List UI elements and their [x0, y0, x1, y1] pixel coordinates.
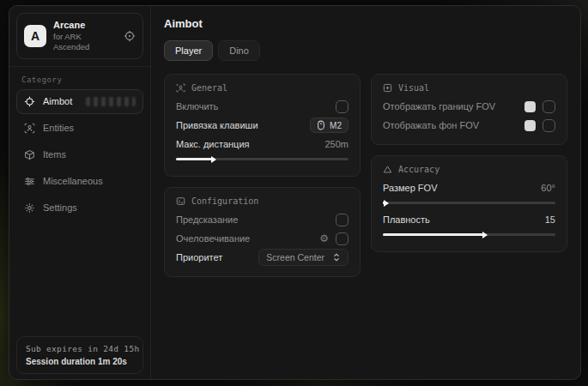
panel-general: General Включить Привязка клавиши M2 [164, 74, 361, 177]
brand-card: A Arcane for ARK Ascended [16, 13, 143, 59]
keybind-label: Привязка клавиши [176, 120, 258, 130]
fov-border-label: Отображать границу FOV [383, 101, 495, 112]
sidebar-item-entities[interactable]: Entities [16, 116, 143, 141]
app-logo: A [24, 25, 46, 47]
tab-bar: Player Dino [164, 40, 567, 61]
keybind-button[interactable]: M2 [310, 118, 349, 133]
panel-visual: Visual Отображать границу FOV Отображать… [371, 74, 567, 145]
fov-border-color-swatch[interactable] [524, 101, 536, 112]
cheat-window: A Arcane for ARK Ascended Category [9, 5, 581, 380]
sidebar-item-items[interactable]: Items [16, 142, 143, 167]
max-distance-value: 250m [324, 139, 349, 149]
sidebar: A Arcane for ARK Ascended Category [9, 6, 151, 379]
fov-size-label: Размер FOV [383, 183, 437, 193]
left-column: General Включить Привязка клавиши M2 [164, 74, 361, 277]
smoothness-slider[interactable] [383, 233, 555, 236]
chevrons-up-down-icon [332, 253, 341, 262]
panel-title: General [191, 83, 227, 93]
mouse-icon [317, 120, 325, 130]
target-icon[interactable] [124, 30, 136, 42]
watermark-ghost [86, 97, 136, 106]
terminal-icon [176, 196, 185, 206]
crosshair-icon [24, 96, 35, 107]
row-enable: Включить [176, 97, 349, 116]
humanize-checkbox[interactable] [336, 232, 349, 245]
sidebar-item-label: Items [43, 149, 66, 160]
humanize-settings-gear-icon[interactable]: ⚙ [319, 233, 329, 244]
page-title: Aimbot [164, 17, 567, 30]
priority-dropdown[interactable]: Screen Center [258, 249, 349, 266]
row-humanize: Очеловечивание ⚙ [176, 229, 349, 248]
sidebar-item-label: Settings [43, 202, 77, 213]
sub-expires-text: Sub expires in 24d 15h [26, 344, 134, 353]
right-column: Visual Отображать границу FOV Отображать… [371, 74, 567, 252]
panel-visual-header: Visual [383, 83, 555, 93]
smoothness-value: 15 [545, 214, 555, 225]
sidebar-item-label: Miscellaneous [43, 176, 103, 186]
fov-bg-color-swatch[interactable] [524, 120, 536, 131]
panel-title: Visual [398, 83, 429, 93]
sidebar-nav: Aimbot Entities Items [9, 89, 150, 220]
row-fov-size: Размер FOV 60° [383, 178, 555, 197]
panel-title: Configuration [191, 196, 258, 206]
row-keybind: Привязка клавиши M2 [176, 116, 349, 135]
row-smoothness: Плавность 15 [383, 210, 555, 229]
panel-configuration: Configuration Предсказание Очеловечивани… [164, 187, 361, 277]
slider-thumb[interactable] [211, 156, 216, 163]
row-priority: Приоритет Screen Center [176, 248, 349, 267]
sidebar-item-settings[interactable]: Settings [16, 196, 143, 220]
panel-accuracy-header: Accuracy [383, 165, 555, 174]
session-duration-text: Session duration 1m 20s [26, 357, 134, 366]
frame-plus-icon [383, 83, 392, 93]
sidebar-item-aimbot[interactable]: Aimbot [16, 89, 143, 114]
triangle-icon [383, 165, 392, 174]
app-subtitle: for ARK Ascended [53, 32, 117, 52]
humanize-label: Очеловечивание [176, 233, 250, 244]
sidebar-item-miscellaneous[interactable]: Miscellaneous [16, 169, 143, 194]
fov-size-value: 60° [541, 183, 555, 193]
row-fov-border: Отображать границу FOV [383, 97, 555, 116]
gear-icon [24, 202, 35, 214]
tab-dino[interactable]: Dino [218, 40, 260, 61]
prediction-checkbox[interactable] [336, 214, 349, 226]
enable-checkbox[interactable] [336, 100, 349, 113]
row-prediction: Предсказание [176, 210, 349, 229]
priority-value: Screen Center [266, 252, 324, 262]
session-card: Sub expires in 24d 15h Session duration … [16, 336, 143, 374]
panel-columns: General Включить Привязка клавиши M2 [164, 74, 567, 277]
person-target-icon [176, 83, 185, 93]
slider-thumb[interactable] [384, 200, 389, 207]
main-content: Aimbot Player Dino General Включит [151, 6, 580, 379]
fov-bg-label: Отображать фон FOV [383, 120, 479, 130]
row-fov-bg: Отображать фон FOV [383, 116, 555, 135]
sidebar-item-label: Entities [43, 123, 74, 133]
slider-thumb[interactable] [482, 232, 488, 238]
smoothness-label: Плавность [383, 214, 430, 225]
tab-player[interactable]: Player [164, 40, 213, 61]
panel-configuration-header: Configuration [176, 196, 349, 206]
priority-label: Приоритет [176, 252, 222, 262]
category-label: Category [9, 67, 150, 89]
app-name: Arcane [53, 20, 117, 32]
panel-accuracy: Accuracy Размер FOV 60° Плавность 15 [371, 155, 567, 252]
max-distance-label: Макс. дистанция [176, 139, 250, 149]
row-max-distance: Макс. дистанция 250m [176, 135, 349, 154]
enable-label: Включить [176, 101, 218, 112]
fov-border-checkbox[interactable] [543, 100, 555, 113]
max-distance-slider[interactable] [176, 158, 349, 160]
fov-size-slider[interactable] [383, 202, 555, 204]
person-scan-icon [24, 123, 35, 134]
brand-text: Arcane for ARK Ascended [53, 20, 117, 52]
sidebar-item-label: Aimbot [43, 96, 72, 106]
sliders-icon [24, 176, 35, 187]
fov-bg-checkbox[interactable] [543, 119, 555, 132]
box-icon [24, 149, 35, 160]
panel-general-header: General [176, 83, 349, 93]
panel-title: Accuracy [398, 165, 439, 174]
prediction-label: Предсказание [176, 214, 238, 225]
